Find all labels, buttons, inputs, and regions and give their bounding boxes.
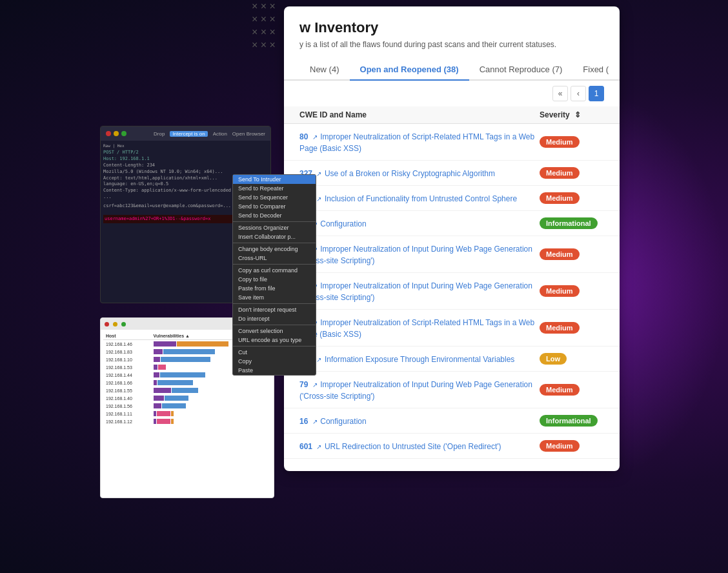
flaw-row[interactable]: 79 ↗ Improper Neutralization of Input Du…	[284, 273, 620, 310]
context-menu-divider-4	[233, 303, 316, 304]
context-menu-item-change-body[interactable]: Change body encoding	[233, 245, 316, 254]
external-link-icon[interactable]: ↗	[312, 381, 318, 388]
flaw-id[interactable]: 79	[299, 380, 308, 389]
vuln-table-row[interactable]: 192.168.1.66	[103, 379, 271, 387]
vuln-host-cell: 192.168.1.56	[103, 402, 151, 410]
external-link-icon[interactable]: ↗	[316, 356, 321, 363]
flaw-row[interactable]: 829 ↗ Inclusion of Functionality from Un…	[284, 186, 620, 211]
context-menu-item-send-repeater[interactable]: Send to Repeater	[233, 184, 316, 193]
bar-3	[177, 341, 228, 347]
flaw-row[interactable]: 79 ↗ Improper Neutralization of Input Du…	[284, 236, 620, 273]
page-first-btn[interactable]: «	[552, 86, 568, 101]
vuln-table-row[interactable]: 192.168.1.56	[103, 402, 271, 410]
flaw-row[interactable]: 526 ↗ Information Exposure Through Envir…	[284, 347, 620, 372]
flaw-row[interactable]: 79 ↗ Improper Neutralization of Input Du…	[284, 372, 620, 408]
main-panel: w Inventory y is a list of all the flaws…	[284, 6, 620, 471]
window-max-btn[interactable]	[121, 131, 126, 136]
flaw-severity-col: Medium	[540, 285, 604, 297]
flaw-row[interactable]: 16 ↗ Configuration Informational	[284, 408, 620, 434]
context-menu-item-sessions[interactable]: Sessions Organizer	[233, 223, 316, 232]
context-menu-item-url-encode[interactable]: URL encode as you type	[233, 336, 316, 345]
flaw-row[interactable]: 327 ↗ Use of a Broken or Risky Cryptogra…	[284, 161, 620, 186]
external-link-icon[interactable]: ↗	[316, 443, 321, 450]
vuln-host-cell: 192.168.1.44	[103, 371, 151, 379]
flaw-name: Configuration	[320, 219, 366, 228]
vuln-table-row[interactable]: 192.168.1.12	[103, 417, 271, 425]
page-current-btn[interactable]: 1	[589, 86, 604, 101]
flaw-name: Configuration	[320, 417, 366, 426]
toolbar-action[interactable]: Action	[213, 131, 227, 137]
code-window-toolbar: Drop Intercept is on Action Open Browser	[101, 126, 270, 141]
col-cwe-header[interactable]: CWE ID and Name	[299, 110, 540, 119]
bar-2	[160, 372, 205, 377]
panel-title: w Inventory	[299, 19, 604, 36]
vuln-close-btn[interactable]	[105, 322, 109, 327]
context-menu-item-send-comparer[interactable]: Send to Comparer	[233, 202, 316, 211]
flaw-severity-col: Medium	[540, 384, 604, 396]
severity-badge: Medium	[540, 167, 580, 179]
vuln-bar-cell	[151, 402, 272, 410]
flaw-row[interactable]: 80 ↗ Improper Neutralization of Script-R…	[284, 124, 620, 161]
flaw-cwe-col: 526 ↗ Information Exposure Through Envir…	[299, 353, 540, 365]
flaw-name: Inclusion of Functionality from Untruste…	[325, 194, 517, 203]
bar-2	[163, 349, 215, 354]
context-menu-item-cut[interactable]: Cut	[233, 348, 316, 357]
vuln-table-row[interactable]: 192.168.1.11	[103, 410, 271, 417]
context-menu-item-copy[interactable]: Copy	[233, 357, 316, 366]
toolbar-drop[interactable]: Drop	[154, 131, 165, 137]
flaw-id[interactable]: 80	[299, 132, 308, 141]
flaw-severity-col: Medium	[540, 167, 604, 179]
toolbar-intercept[interactable]: Intercept is on	[170, 131, 207, 137]
context-menu-item-paste[interactable]: Paste	[233, 366, 316, 375]
tab-open-reopened[interactable]: Open and Reopened (38)	[350, 59, 469, 81]
flaw-id[interactable]: 16	[299, 417, 308, 426]
window-min-btn[interactable]	[114, 131, 119, 136]
severity-badge: Medium	[540, 384, 580, 396]
vuln-table-row[interactable]: 192.168.1.55	[103, 387, 271, 394]
severity-badge: Medium	[540, 322, 580, 334]
flaw-severity-col: Informational	[540, 415, 604, 427]
context-menu-item-dont-intercept[interactable]: Don't intercept request	[233, 305, 316, 314]
flaw-row[interactable]: 16 ↗ Configuration Informational	[284, 211, 620, 236]
context-menu-item-send-sequencer[interactable]: Send to Sequencer	[233, 193, 316, 202]
external-link-icon[interactable]: ↗	[316, 196, 321, 203]
flaw-name: URL Redirection to Untrusted Site ('Open…	[325, 442, 501, 451]
tab-new[interactable]: New (4)	[299, 59, 350, 81]
bar-2	[165, 396, 188, 401]
context-menu-item-cross-url[interactable]: Cross-URL	[233, 254, 316, 263]
tab-cannot-reproduce[interactable]: Cannot Reproduce (7)	[469, 59, 573, 81]
toolbar-open-browser[interactable]: Open Browser	[232, 131, 265, 137]
context-menu-item-copy-curl[interactable]: Copy as curl command	[233, 266, 316, 275]
context-menu-item-send-decoder[interactable]: Send to Decoder	[233, 211, 316, 220]
context-menu: Send To Intruder Send to Repeater Send t…	[232, 174, 316, 376]
flaw-id[interactable]: 601	[299, 442, 312, 451]
context-menu-item-paste-file[interactable]: Paste from file	[233, 284, 316, 293]
context-menu-item-save[interactable]: Save item	[233, 293, 316, 302]
flaw-row[interactable]: 80 ↗ Improper Neutralization of Script-R…	[284, 310, 620, 347]
vuln-min-btn[interactable]	[113, 322, 117, 327]
flaw-row[interactable]: 601 ↗ URL Redirection to Untrusted Site …	[284, 434, 620, 459]
bar-3	[171, 419, 174, 424]
tab-fixed[interactable]: Fixed (	[572, 59, 619, 81]
external-link-icon[interactable]: ↗	[316, 170, 321, 177]
col-severity-header[interactable]: Severity ⇕	[540, 110, 604, 119]
vuln-max-btn[interactable]	[121, 322, 126, 327]
context-menu-item-collaborator[interactable]: Insert Collaborator p...	[233, 232, 316, 241]
vuln-host-cell: 192.168.1.40	[103, 394, 151, 402]
bar-1	[157, 419, 170, 424]
window-close-btn[interactable]	[106, 131, 111, 136]
bar-0	[154, 372, 159, 377]
vuln-bar-cell	[151, 387, 272, 394]
severity-badge: Informational	[540, 415, 598, 427]
external-link-icon[interactable]: ↗	[312, 134, 318, 141]
bar-1	[158, 365, 166, 370]
context-menu-item-convert[interactable]: Convert selection	[233, 327, 316, 336]
external-link-icon[interactable]: ↗	[312, 418, 318, 425]
bar-0	[154, 403, 161, 408]
vuln-table-row[interactable]: 192.168.1.40	[103, 394, 271, 402]
context-menu-item-copy-file[interactable]: Copy to file	[233, 275, 316, 284]
context-menu-item-do-intercept[interactable]: Do intercept	[233, 314, 316, 323]
page-prev-btn[interactable]: ‹	[571, 86, 586, 101]
sort-icon[interactable]: ⇕	[574, 110, 580, 117]
context-menu-item-send-intruder[interactable]: Send To Intruder	[233, 175, 316, 184]
